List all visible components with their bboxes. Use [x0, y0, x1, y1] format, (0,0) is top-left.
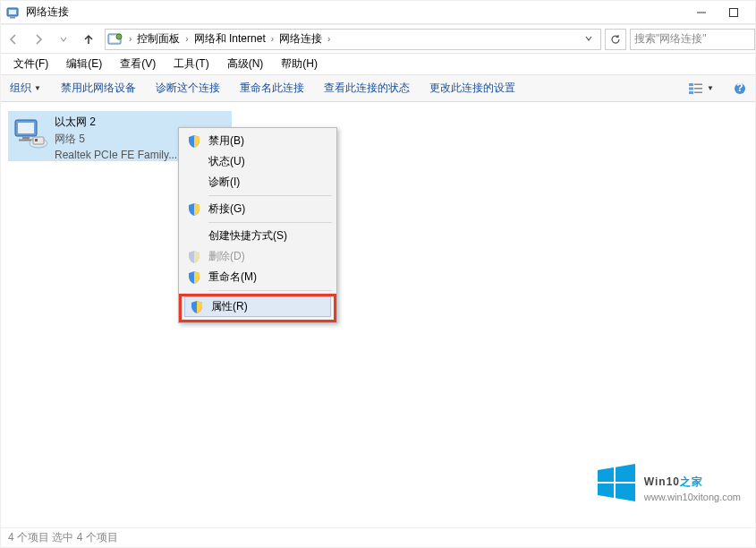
- shield-icon: [187, 250, 201, 264]
- address-dropdown-button[interactable]: [579, 33, 599, 46]
- svg-rect-23: [35, 139, 38, 141]
- menu-file[interactable]: 文件(F): [4, 54, 57, 74]
- breadcrumb-control-panel[interactable]: 控制面板: [135, 30, 182, 48]
- ctx-delete: 删除(D): [182, 246, 334, 267]
- back-button[interactable]: [1, 24, 26, 54]
- ctx-delete-label: 删除(D): [208, 249, 245, 264]
- chevron-down-icon: ▼: [707, 84, 714, 92]
- ctx-disable[interactable]: 禁用(B): [182, 131, 334, 151]
- ctx-properties-label: 属性(R): [211, 299, 248, 314]
- ctx-status-label: 状态(U): [208, 154, 245, 169]
- adapter-device: Realtek PCIe FE Family...: [55, 149, 177, 161]
- change-settings-button[interactable]: 更改此连接的设置: [426, 78, 519, 98]
- breadcrumb-sep-icon: ›: [182, 34, 191, 44]
- ctx-bridge[interactable]: 桥接(G): [182, 199, 334, 219]
- view-status-button[interactable]: 查看此连接的状态: [320, 78, 413, 98]
- svg-marker-27: [616, 484, 635, 501]
- view-options-button[interactable]: ▼: [684, 81, 718, 97]
- organize-menu[interactable]: 组织 ▼: [6, 78, 45, 98]
- disable-device-button[interactable]: 禁用此网络设备: [57, 78, 140, 98]
- menu-edit[interactable]: 编辑(E): [57, 54, 111, 74]
- shield-icon: [187, 270, 201, 285]
- svg-marker-24: [598, 467, 614, 482]
- ctx-separator: [208, 222, 332, 223]
- ctx-separator: [208, 290, 332, 291]
- minimize-button[interactable]: [685, 1, 718, 24]
- status-bar: 4 个项目 选中 4 个项目: [1, 527, 755, 547]
- recent-dropdown[interactable]: [51, 24, 76, 54]
- svg-rect-19: [22, 137, 30, 140]
- address-bar[interactable]: › 控制面板 › 网络和 Internet › 网络连接 ›: [105, 29, 601, 50]
- svg-rect-9: [689, 83, 693, 86]
- svg-rect-1: [9, 10, 16, 14]
- ctx-create-shortcut[interactable]: 创建快捷方式(S): [182, 226, 334, 246]
- ctx-diagnose[interactable]: 诊断(I): [182, 172, 334, 193]
- menu-tools[interactable]: 工具(T): [165, 54, 217, 74]
- svg-rect-13: [689, 91, 693, 94]
- ctx-shortcut-label: 创建快捷方式(S): [208, 228, 287, 244]
- content-area: 以太网 2 网络 5 Realtek PCIe FE Family... 禁用(…: [1, 102, 755, 527]
- ctx-diagnose-label: 诊断(I): [208, 175, 240, 190]
- status-text: 4 个项目 选中 4 个项目: [8, 530, 118, 545]
- shield-icon: [190, 300, 204, 314]
- ctx-status[interactable]: 状态(U): [182, 151, 334, 172]
- command-bar: 组织 ▼ 禁用此网络设备 诊断这个连接 重命名此连接 查看此连接的状态 更改此连…: [1, 75, 755, 102]
- brand-part1: Win10: [644, 475, 680, 488]
- diagnose-connection-button[interactable]: 诊断这个连接: [152, 78, 224, 98]
- svg-rect-10: [694, 83, 702, 85]
- help-button[interactable]: ?: [730, 81, 750, 97]
- ctx-properties[interactable]: 属性(R): [184, 296, 331, 317]
- search-input[interactable]: 搜索"网络连接": [630, 29, 755, 50]
- brand-part2: 之家: [680, 475, 703, 488]
- ctx-rename[interactable]: 重命名(M): [182, 267, 334, 287]
- adapter-name: 以太网 2: [55, 115, 177, 130]
- watermark-url: www.win10xitong.com: [644, 492, 741, 502]
- svg-rect-18: [18, 123, 34, 133]
- adapter-network: 网络 5: [55, 132, 177, 147]
- list-view-icon: [688, 82, 704, 95]
- refresh-button[interactable]: [605, 29, 626, 50]
- highlighted-region: 属性(R): [179, 294, 336, 322]
- svg-rect-14: [694, 91, 702, 93]
- rename-connection-button[interactable]: 重命名此连接: [236, 78, 308, 98]
- svg-rect-4: [730, 8, 738, 16]
- menu-help[interactable]: 帮助(H): [272, 54, 327, 74]
- ctx-rename-label: 重命名(M): [208, 270, 257, 285]
- control-panel-icon: [107, 31, 123, 47]
- titlebar: 网络连接: [1, 1, 755, 24]
- svg-rect-11: [689, 87, 693, 90]
- menu-bar: 文件(F) 编辑(E) 查看(V) 工具(T) 高级(N) 帮助(H): [1, 54, 755, 75]
- watermark-brand: Win10之家: [644, 464, 741, 492]
- breadcrumb-sep-icon: ›: [324, 34, 334, 44]
- maximize-button[interactable]: [718, 1, 750, 24]
- ctx-separator: [208, 195, 332, 196]
- window-title: 网络连接: [26, 4, 69, 20]
- ethernet-adapter-icon: [13, 116, 49, 152]
- menu-advanced[interactable]: 高级(N): [218, 54, 273, 74]
- svg-rect-22: [33, 137, 44, 144]
- svg-point-8: [116, 34, 122, 39]
- chevron-down-icon: ▼: [34, 84, 41, 92]
- watermark: Win10之家 www.win10xitong.com: [594, 461, 741, 504]
- adapter-labels: 以太网 2 网络 5 Realtek PCIe FE Family...: [55, 115, 177, 158]
- organize-label: 组织: [10, 81, 31, 96]
- windows-logo-icon: [594, 461, 637, 504]
- help-icon: ?: [734, 82, 746, 95]
- ctx-bridge-label: 桥接(G): [208, 201, 245, 217]
- svg-marker-25: [616, 464, 635, 482]
- svg-marker-26: [598, 484, 614, 498]
- ctx-disable-label: 禁用(B): [208, 133, 244, 149]
- menu-view[interactable]: 查看(V): [111, 54, 165, 74]
- shield-icon: [187, 202, 201, 217]
- network-connections-icon: [6, 5, 21, 20]
- breadcrumb-network-internet[interactable]: 网络和 Internet: [192, 30, 268, 48]
- breadcrumb-sep-icon: ›: [125, 34, 135, 44]
- navigation-bar: › 控制面板 › 网络和 Internet › 网络连接 › 搜索"网络连接": [1, 24, 755, 54]
- context-menu: 禁用(B) 状态(U) 诊断(I) 桥接(G) 创建快捷方式(S) 删除(D) …: [178, 127, 337, 323]
- up-button[interactable]: [76, 24, 101, 54]
- svg-rect-2: [10, 17, 15, 19]
- forward-button[interactable]: [26, 24, 51, 54]
- svg-text:?: ?: [736, 82, 743, 94]
- breadcrumb-network-connections[interactable]: 网络连接: [277, 30, 324, 48]
- svg-rect-12: [694, 88, 702, 90]
